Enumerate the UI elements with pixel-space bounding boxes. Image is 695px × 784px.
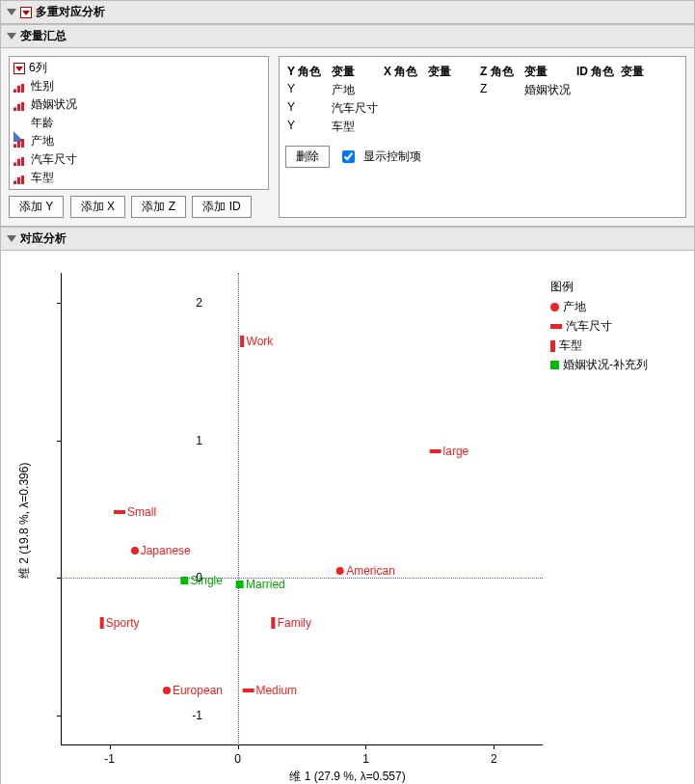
role-var: 汽车尺寸 (330, 99, 382, 118)
column-count: 6列 (29, 60, 47, 76)
main-header: 多重对应分析 (1, 1, 694, 24)
data-point[interactable]: Work (241, 335, 274, 348)
column-list-wrap: 6列 性别婚姻状况年龄产地汽车尺寸车型 添加 Y 添加 X 添加 Z 添加 ID (9, 56, 269, 218)
column-name: 产地 (31, 133, 54, 149)
data-point[interactable]: Sporty (100, 616, 140, 630)
role-y: Y (285, 81, 330, 99)
x-axis-title: 维 1 (27.9 %, λ=0.557) (289, 769, 405, 784)
control-row: 删除 显示控制项 (285, 146, 680, 168)
legend-item[interactable]: 产地 (550, 299, 648, 315)
add-z-button[interactable]: 添加 Z (131, 196, 186, 218)
nominal-icon (13, 157, 24, 166)
role-var: 婚姻状况 (522, 81, 575, 99)
legend: 图例 产地汽车尺寸车型婚姻状况-补充列 (550, 279, 648, 376)
role-z: Z (478, 81, 522, 99)
data-point[interactable]: Family (272, 616, 311, 630)
point-label: American (346, 564, 395, 578)
x-tick-label: 1 (362, 752, 369, 766)
y-axis-line (61, 273, 62, 745)
delete-button[interactable]: 删除 (285, 146, 330, 168)
point-label: Work (247, 335, 274, 348)
column-item[interactable]: 年龄 (12, 114, 266, 132)
y-tick-label: 0 (174, 571, 202, 584)
legend-label: 汽车尺寸 (566, 318, 612, 335)
show-controls-checkbox[interactable] (342, 150, 355, 163)
add-y-button[interactable]: 添加 Y (9, 196, 64, 218)
legend-item[interactable]: 汽车尺寸 (550, 318, 648, 335)
y-tick (57, 716, 61, 716)
x-tick (494, 745, 495, 749)
column-name: 年龄 (31, 115, 54, 131)
column-item[interactable]: 车型 (12, 169, 266, 187)
column-item[interactable]: 性别 (12, 77, 266, 95)
corr-title: 对应分析 (20, 230, 67, 247)
var-summary-body: 6列 性别婚姻状况年龄产地汽车尺寸车型 添加 Y 添加 X 添加 Z 添加 ID… (1, 48, 694, 227)
main-panel: 多重对应分析 变量汇总 6列 性别婚姻状况年龄产地汽车尺寸车型 添加 Y 添加 … (0, 0, 695, 784)
legend-item[interactable]: 车型 (550, 338, 648, 354)
point-marker-icon (242, 689, 254, 692)
grid-v-zero (238, 273, 239, 745)
legend-item[interactable]: 婚姻状况-补充列 (550, 357, 648, 373)
column-list[interactable]: 6列 性别婚姻状况年龄产地汽车尺寸车型 (9, 56, 269, 190)
main-title: 多重对应分析 (36, 4, 105, 20)
point-label: large (443, 445, 469, 458)
column-item[interactable]: 婚姻状况 (12, 95, 266, 114)
point-marker-icon (131, 547, 139, 554)
point-label: Medium (255, 684, 297, 697)
point-marker-icon (100, 617, 104, 629)
y-tick (57, 578, 61, 579)
y-tick (57, 303, 61, 304)
add-id-button[interactable]: 添加 ID (192, 196, 251, 218)
column-list-header[interactable]: 6列 (12, 59, 266, 77)
corr-header: 对应分析 (1, 227, 694, 251)
column-item[interactable]: 产地 (12, 132, 266, 150)
nominal-icon (13, 84, 24, 93)
point-label: Sporty (106, 616, 140, 630)
var-header: 变量 (426, 63, 478, 81)
role-y: Y (285, 99, 330, 118)
x-role-header: X 角色 (382, 63, 426, 81)
point-label: Japanese (141, 544, 191, 557)
disclose-icon[interactable] (7, 9, 16, 15)
data-point[interactable]: Japanese (131, 544, 191, 557)
var-header: 变量 (619, 63, 671, 81)
legend-title: 图例 (550, 279, 648, 295)
point-marker-icon (236, 581, 244, 588)
menu-icon[interactable] (20, 7, 32, 18)
data-point[interactable]: large (430, 445, 469, 458)
column-name: 车型 (31, 170, 54, 186)
legend-marker-icon (550, 361, 559, 369)
y-tick (57, 441, 61, 442)
point-marker-icon (163, 687, 171, 694)
z-role-header: Z 角色 (478, 63, 522, 81)
data-point[interactable]: Married (236, 578, 285, 591)
disclose-icon[interactable] (7, 33, 16, 40)
y-tick-label: 2 (174, 296, 202, 310)
column-item[interactable]: 汽车尺寸 (12, 150, 266, 169)
data-point[interactable]: American (336, 564, 395, 578)
x-tick (110, 745, 111, 749)
var-header: 变量 (330, 63, 382, 81)
y-axis-title: 维 2 (19.8 %, λ=0.396) (16, 463, 33, 579)
grid-h-zero (61, 578, 543, 579)
legend-marker-icon (550, 340, 555, 352)
var-summary-title: 变量汇总 (20, 28, 67, 44)
data-point[interactable]: European (163, 684, 223, 697)
column-name: 汽车尺寸 (31, 151, 77, 168)
x-tick (365, 745, 366, 749)
disclose-icon[interactable] (7, 235, 16, 242)
x-axis-line (61, 744, 543, 745)
button-row: 添加 Y 添加 X 添加 Z 添加 ID (9, 196, 269, 218)
point-label: Small (127, 505, 156, 519)
data-point[interactable]: Medium (242, 684, 297, 697)
menu-icon[interactable] (13, 63, 25, 74)
role-var: 产地 (330, 81, 382, 99)
y-tick-label: 1 (174, 434, 202, 447)
add-x-button[interactable]: 添加 X (70, 196, 125, 218)
point-label: European (173, 684, 223, 697)
legend-label: 车型 (559, 338, 582, 354)
point-label: Married (246, 578, 285, 591)
plot-area[interactable]: JapaneseAmericanEuropeanSmalllargeMedium… (61, 273, 543, 745)
data-point[interactable]: Small (114, 505, 156, 519)
x-tick (238, 745, 239, 749)
